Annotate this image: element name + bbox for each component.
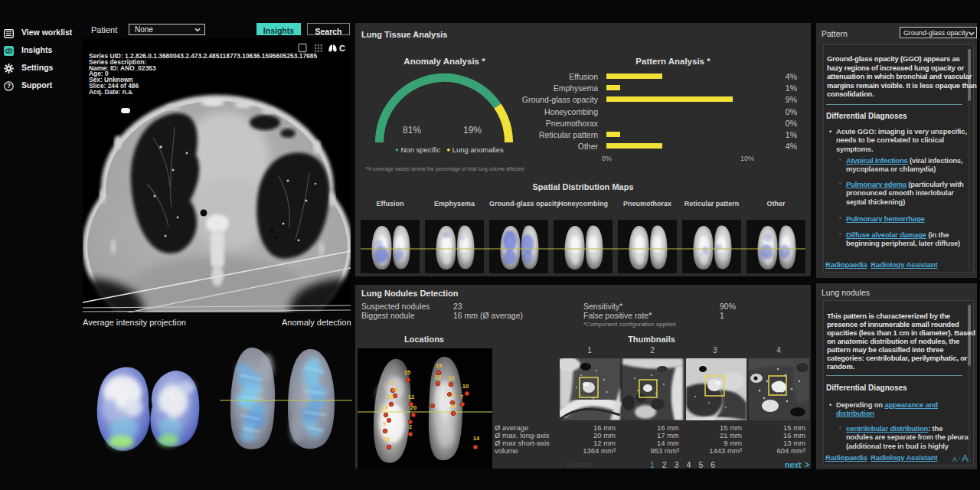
svg-text:13: 13 — [450, 403, 456, 410]
svg-text:C: C — [339, 44, 345, 53]
svg-text:5: 5 — [452, 392, 455, 399]
svg-text:23: 23 — [384, 436, 390, 443]
svg-text:15: 15 — [404, 369, 410, 376]
svg-text:19: 19 — [436, 362, 442, 369]
svg-text:18: 18 — [382, 404, 388, 411]
svg-text:16: 16 — [392, 386, 398, 393]
svg-text:22: 22 — [435, 374, 441, 381]
svg-text:7: 7 — [460, 394, 463, 400]
svg-text:20: 20 — [410, 404, 416, 411]
svg-text:10: 10 — [462, 383, 469, 390]
svg-text:21: 21 — [449, 374, 455, 381]
svg-text:12: 12 — [408, 394, 414, 400]
svg-text:14: 14 — [473, 435, 480, 442]
svg-text:?: ? — [7, 83, 11, 90]
svg-text:9: 9 — [383, 420, 386, 427]
svg-text:10: 10 — [387, 394, 394, 400]
svg-text:2: 2 — [409, 423, 412, 430]
